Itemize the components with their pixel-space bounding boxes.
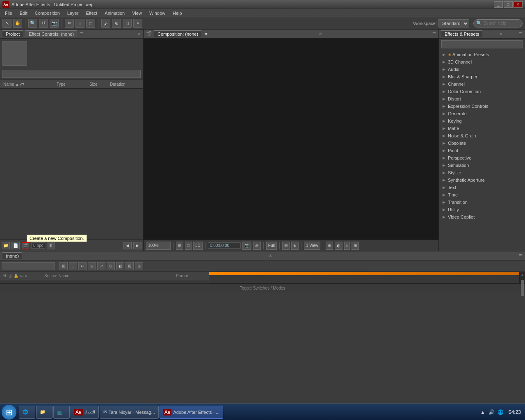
taskbar-quicklaunch-3[interactable]: 📺: [53, 406, 70, 419]
shape-tool-button[interactable]: □: [86, 19, 95, 28]
timeline-close-button[interactable]: ✕: [269, 253, 272, 258]
effect-category-text[interactable]: ▶Text: [439, 184, 525, 191]
restore-button[interactable]: □: [504, 1, 513, 8]
effect-category-blur-sharpen[interactable]: ▶Blur & Sharpen: [439, 73, 525, 80]
panel-menu-button[interactable]: ☰: [80, 32, 83, 36]
menu-item-file[interactable]: File: [2, 10, 16, 16]
comp-motion-button[interactable]: ◎: [253, 242, 261, 250]
composition-tab[interactable]: Composition: (none): [154, 30, 201, 37]
effect-category-transition[interactable]: ▶Transition: [439, 199, 525, 206]
menu-item-view[interactable]: View: [129, 10, 145, 16]
taskbar-app-other1[interactable]: Ae التعداد: [71, 406, 99, 419]
effects-search-input[interactable]: [441, 40, 523, 48]
scroll-up-arrow[interactable]: ▲: [520, 272, 525, 277]
zoom-tool-button[interactable]: 🔍: [28, 19, 37, 28]
timeline-menu-button[interactable]: ☰: [519, 253, 523, 258]
effect-category-stylize[interactable]: ▶Stylize: [439, 169, 525, 176]
select-tool-button[interactable]: ↖: [2, 19, 11, 28]
menu-item-window[interactable]: Window: [146, 10, 169, 16]
puppet-tool-button[interactable]: ⌖: [133, 19, 142, 28]
hand-tool-button[interactable]: ✋: [13, 19, 22, 28]
effect-category-video-copilot[interactable]: ▶Video Copilot: [439, 213, 525, 221]
comp-close-button[interactable]: ✕: [319, 32, 322, 36]
effect-category-audio[interactable]: ▶Audio: [439, 66, 525, 73]
effect-category-perspective[interactable]: ▶Perspective: [439, 154, 525, 162]
tl-btn-7[interactable]: ◐: [116, 262, 124, 270]
menu-item-help[interactable]: Help: [169, 10, 185, 16]
effect-category-generate[interactable]: ▶Generate: [439, 110, 525, 117]
effect-category-matte[interactable]: ▶Matte: [439, 125, 525, 132]
panel-arrow-left[interactable]: ◀: [123, 242, 132, 249]
menu-item-edit[interactable]: Edit: [16, 10, 31, 16]
taskbar-tara-button[interactable]: ✉ Tara Nicyar - Messag...: [100, 406, 159, 419]
delete-button[interactable]: 🗑: [47, 242, 55, 249]
camera-tool-button[interactable]: 📷: [50, 19, 59, 28]
eraser-tool-button[interactable]: ◻: [123, 19, 132, 28]
rotate-tool-button[interactable]: ↺: [39, 19, 48, 28]
panel-close-button[interactable]: ✕: [137, 32, 141, 36]
tl-btn-5[interactable]: ↗: [97, 262, 105, 270]
brush-tool-button[interactable]: 🖌: [101, 19, 110, 28]
menu-item-effect[interactable]: Effect: [82, 10, 100, 16]
taskbar-quicklaunch-2[interactable]: 📁: [36, 406, 52, 419]
effect-category-color-correction[interactable]: ▶Color Correction: [439, 88, 525, 95]
comp-3d-button[interactable]: 3D: [193, 242, 203, 250]
comp-grid-button[interactable]: ⊞: [282, 242, 290, 250]
comp-region-button[interactable]: □: [185, 242, 192, 250]
tl-btn-8[interactable]: ⊞: [126, 262, 134, 270]
comp-resolution-select[interactable]: Full: [266, 242, 277, 250]
search-help-box[interactable]: 🔍: [473, 19, 523, 27]
stamp-tool-button[interactable]: ⊕: [112, 19, 121, 28]
text-tool-button[interactable]: T: [75, 19, 84, 28]
import-button[interactable]: 📄: [11, 242, 20, 249]
comp-overlay-button[interactable]: ◈: [291, 242, 299, 250]
effect-category-simulation[interactable]: ▶Simulation: [439, 162, 525, 169]
menu-item-layer[interactable]: Layer: [64, 10, 82, 16]
taskbar-ae-button[interactable]: Ae Adobe After Effects - ...: [160, 406, 224, 419]
tl-btn-2[interactable]: □: [69, 262, 77, 270]
minimize-button[interactable]: _: [494, 1, 503, 8]
menu-item-composition[interactable]: Composition: [32, 10, 63, 16]
comp-camera-button[interactable]: 📷: [242, 242, 251, 250]
effect-category-utility[interactable]: ▶Utility: [439, 206, 525, 213]
timeline-scroll[interactable]: ▲ ▼: [519, 272, 525, 283]
pen-tool-button[interactable]: ✏: [65, 19, 74, 28]
new-composition-button[interactable]: 🎬: [21, 242, 30, 249]
effect-category-distort[interactable]: ▶Distort: [439, 95, 525, 103]
effect-controls-tab[interactable]: Effect Controls: (none): [25, 30, 77, 37]
panel-arrow-right[interactable]: ▶: [133, 242, 142, 249]
effect-category-expression-controls[interactable]: ▶Expression Controls: [439, 103, 525, 110]
timeline-search-input[interactable]: [2, 262, 55, 270]
comp-fast-preview-btn[interactable]: ◐: [335, 242, 342, 250]
effects-menu-button[interactable]: ☰: [519, 32, 523, 36]
comp-render-btn[interactable]: ⊕: [326, 242, 333, 250]
tl-btn-4[interactable]: ⊕: [88, 262, 96, 270]
comp-view-select[interactable]: 1 View: [304, 242, 320, 250]
taskbar-quicklaunch-1[interactable]: 🌐: [19, 406, 35, 419]
effect-category-time[interactable]: ▶Time: [439, 191, 525, 199]
tl-btn-9[interactable]: ⊕: [135, 262, 143, 270]
toggle-switches-modes-label[interactable]: Toggle Switches / Modes: [240, 286, 285, 290]
scroll-thumb[interactable]: [521, 280, 524, 296]
comp-info-btn[interactable]: ℹ: [344, 242, 350, 250]
tl-btn-6[interactable]: ⊙: [107, 262, 115, 270]
workspace-select[interactable]: Standard: [438, 19, 469, 27]
comp-panel-menu-button[interactable]: ☰: [432, 32, 436, 36]
comp-extra-btn[interactable]: ⊞: [352, 242, 359, 250]
effects-presets-tab[interactable]: Effects & Presets: [441, 30, 482, 37]
menu-item-animation[interactable]: Animation: [101, 10, 128, 16]
effect-category-paint[interactable]: ▶Paint: [439, 147, 525, 154]
project-search-input[interactable]: [2, 70, 141, 78]
fit-button[interactable]: ⊞: [176, 242, 183, 250]
comp-zoom-select[interactable]: 100%: [146, 242, 171, 250]
tl-btn-3[interactable]: ↩: [78, 262, 87, 270]
effects-close-button[interactable]: ✕: [499, 32, 502, 36]
effect-category-animation-presets[interactable]: ▶★Animation Presets: [439, 51, 525, 58]
effect-category-3d-channel[interactable]: ▶3D Channel: [439, 58, 525, 66]
close-button[interactable]: ✕: [514, 1, 523, 8]
effect-category-obsolete[interactable]: ▶Obsolete: [439, 139, 525, 147]
effect-category-noise-grain[interactable]: ▶Noise & Grain: [439, 132, 525, 139]
project-tab[interactable]: Project: [2, 30, 23, 37]
timeline-tab[interactable]: (none): [2, 252, 22, 259]
effect-category-synthetic-aperture[interactable]: ▶Synthetic Aperture: [439, 176, 525, 184]
